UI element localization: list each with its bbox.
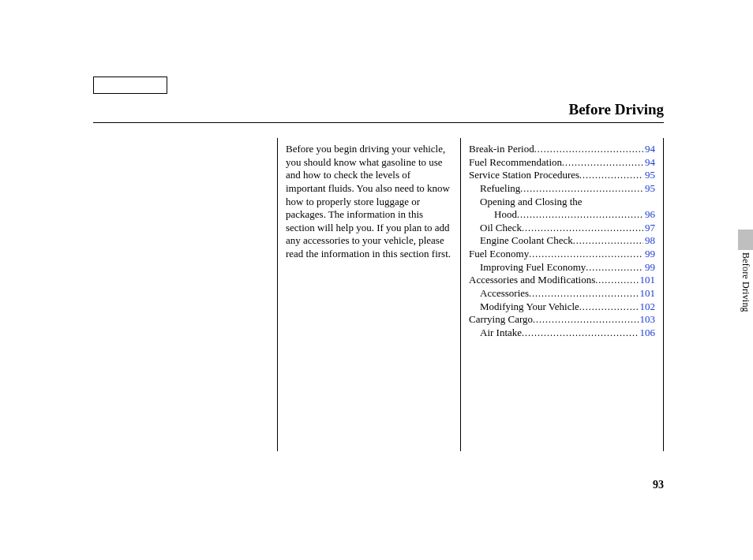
toc-dots <box>520 183 643 195</box>
toc-entry-page-link[interactable]: 98 <box>643 234 655 248</box>
toc-entry-label: Refueling <box>480 182 520 196</box>
intro-column: Before you begin driving your vehicle, y… <box>277 138 460 451</box>
toc-entry[interactable]: Accessories 101 <box>469 287 655 301</box>
toc-entry-label: Accessories and Modifications <box>469 274 595 287</box>
toc-entry[interactable]: Hood 96 <box>469 208 655 222</box>
toc-dots <box>517 209 643 221</box>
toc-entry-label: Air Intake <box>480 327 522 340</box>
toc-entry-page-link[interactable]: 97 <box>643 222 655 235</box>
toc-entry-page-link[interactable]: 96 <box>643 208 655 222</box>
toc-entry-page-link[interactable]: 95 <box>643 182 655 196</box>
toc-dots <box>586 262 643 274</box>
toc-dots <box>573 235 643 247</box>
toc-dots <box>534 144 643 155</box>
toc-entry-label: Improving Fuel Economy <box>480 261 586 274</box>
toc-entry-label: Fuel Economy <box>469 248 529 261</box>
toc-entry-label: Break-in Period <box>469 143 534 156</box>
toc-entry-label: Service Station Procedures <box>469 169 579 182</box>
toc-entry-label: Hood <box>494 208 517 222</box>
toc-entry-page-link[interactable]: 101 <box>639 274 656 287</box>
toc-dots <box>522 222 643 234</box>
toc-entry[interactable]: Engine Coolant Check 98 <box>469 234 655 248</box>
toc-entry-label: Fuel Recommendation <box>469 156 562 170</box>
toc-entry-label: Engine Coolant Check <box>480 234 573 248</box>
toc-column: Break-in Period 94Fuel Recommendation 94… <box>460 138 664 451</box>
page-number: 93 <box>653 479 664 491</box>
toc-entry[interactable]: Accessories and Modifications 101 <box>469 274 655 287</box>
toc-entry-page-link[interactable]: 106 <box>639 327 656 340</box>
toc-entry: Opening and Closing the <box>469 196 655 209</box>
toc-entry[interactable]: Carrying Cargo 103 <box>469 313 655 327</box>
toc-entry[interactable]: Fuel Economy 99 <box>469 248 655 261</box>
section-vertical-label: Before Driving <box>739 252 751 347</box>
toc-dots <box>562 157 643 169</box>
toc-dots <box>522 327 638 339</box>
toc-entry-page-link[interactable]: 99 <box>643 248 655 261</box>
toc-entry-label: Accessories <box>480 287 529 301</box>
toc-dots <box>579 170 643 181</box>
section-title-rule <box>93 122 664 123</box>
toc-entry-label: Carrying Cargo <box>469 313 533 327</box>
toc-entry-label: Oil Check <box>480 222 522 235</box>
toc-dots <box>533 314 639 326</box>
toc-entry-page-link[interactable]: 103 <box>639 313 656 327</box>
toc-entry-page-link[interactable]: 94 <box>643 143 655 156</box>
toc-entry-page-link[interactable]: 99 <box>643 261 655 274</box>
toc-entry[interactable]: Refueling 95 <box>469 182 655 196</box>
toc-entry-page-link[interactable]: 95 <box>643 169 655 182</box>
logo-placeholder-box <box>93 77 167 94</box>
toc-entry-page-link[interactable]: 101 <box>639 287 656 301</box>
toc-dots <box>529 248 643 260</box>
toc-entry[interactable]: Service Station Procedures 95 <box>469 169 655 182</box>
toc-entry-label: Modifying Your Vehicle <box>480 301 579 314</box>
toc-entry[interactable]: Fuel Recommendation 94 <box>469 156 655 170</box>
content-columns: Before you begin driving your vehicle, y… <box>277 138 664 451</box>
intro-paragraph: Before you begin driving your vehicle, y… <box>286 143 452 261</box>
section-title-block: Before Driving <box>93 101 664 123</box>
manual-page: Before Driving Before Driving Before you… <box>0 0 753 560</box>
toc-dots <box>579 301 639 313</box>
toc-entry[interactable]: Break-in Period 94 <box>469 143 655 156</box>
section-title: Before Driving <box>93 101 664 123</box>
section-thumb-tab <box>738 230 753 250</box>
toc-entry[interactable]: Modifying Your Vehicle 102 <box>469 301 655 314</box>
toc-dots <box>529 288 638 300</box>
toc-entry[interactable]: Improving Fuel Economy 99 <box>469 261 655 274</box>
toc-dots <box>595 274 638 286</box>
toc-entry-page-link[interactable]: 102 <box>639 301 656 314</box>
toc-entry-label: Opening and Closing the <box>480 196 583 209</box>
toc-entry[interactable]: Oil Check 97 <box>469 222 655 235</box>
toc-entry[interactable]: Air Intake 106 <box>469 327 655 340</box>
toc-entry-page-link[interactable]: 94 <box>643 156 655 170</box>
